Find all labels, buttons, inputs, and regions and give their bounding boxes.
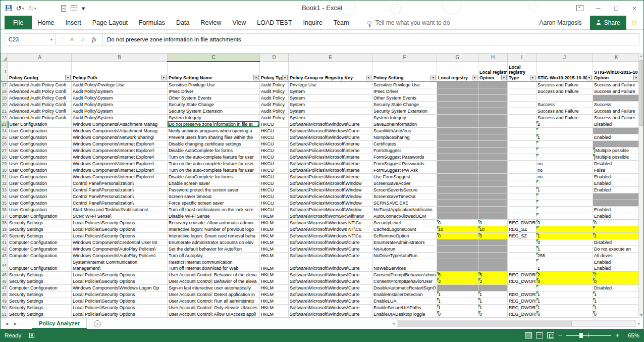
cell-K37[interactable]: Enabled	[593, 213, 640, 220]
cell-H50[interactable]: 1	[478, 305, 508, 311]
cell-A19[interactable]: Advanced Audit Policy Confi	[8, 95, 72, 102]
cell-G47[interactable]	[437, 285, 478, 291]
redo-dropdown-icon[interactable]: ▾	[34, 7, 36, 10]
share-button[interactable]: Share	[590, 16, 626, 30]
column-header-K[interactable]: K	[593, 54, 640, 62]
cell-K43[interactable]: All drives	[593, 253, 640, 259]
cell-J25[interactable]: 1	[536, 134, 593, 141]
cell-K45[interactable]: 2	[593, 272, 640, 278]
normal-view-icon[interactable]	[525, 332, 532, 338]
cell-H40[interactable]: 0	[478, 233, 508, 239]
cell-H31[interactable]	[478, 174, 508, 180]
cell-D42[interactable]: HKLM	[260, 246, 289, 253]
cell-J50[interactable]: 1	[536, 305, 593, 311]
cell-H47[interactable]	[478, 285, 508, 291]
next-sheet-icon[interactable]: ►	[11, 318, 20, 329]
cell-J32[interactable]	[536, 180, 593, 187]
cell-D46[interactable]: HKLM	[260, 278, 289, 285]
cell-D27[interactable]: HKCU	[260, 148, 289, 154]
cell-A22[interactable]: Advanced Audit Policy Confi	[8, 115, 72, 121]
cell-K33[interactable]: Enabled	[593, 187, 640, 193]
cell-D25[interactable]: HKCU	[260, 134, 289, 141]
cell-E27[interactable]: Software\Policies\Microsoft\Interne	[289, 148, 372, 154]
filter-icon-A[interactable]: ▾	[65, 75, 71, 80]
cell-G35[interactable]	[437, 200, 478, 207]
cell-C39[interactable]: Interactive logon: Number of previous lo…	[168, 226, 260, 233]
cell-F32[interactable]: ScreenSaveActive	[372, 180, 437, 187]
cell-G1[interactable]: Local registry▾	[437, 62, 478, 82]
cell-B42[interactable]: Windows Components\AutoPlay Policies\	[72, 246, 168, 253]
row-header-43[interactable]: 43	[1, 253, 8, 259]
cell-E37[interactable]: Software\Microsoft\WcmSvc\wifinetw	[289, 213, 372, 220]
cell-K26[interactable]	[593, 141, 640, 148]
row-header-49[interactable]: 49	[1, 298, 8, 305]
cell-E24[interactable]: Software\Microsoft\Windows\Curre	[289, 128, 372, 134]
row-header-50[interactable]: 50	[1, 305, 8, 311]
filter-icon-C[interactable]: ▾	[253, 75, 259, 80]
cell-K21[interactable]: Success and Failure	[593, 108, 640, 115]
cell-C48[interactable]: User Account Control: Detect application…	[168, 291, 260, 298]
cell-C1[interactable]: Policy Setting Name▾	[168, 62, 260, 82]
row-header-31[interactable]: 31	[1, 174, 8, 180]
cell-K20[interactable]: Success	[593, 102, 640, 108]
cell-E43[interactable]: Software\Microsoft\Windows\Curre	[289, 253, 372, 259]
redo-icon[interactable]: ↻▾	[28, 5, 36, 12]
cell-F36[interactable]: NoToastApplicationNotificatio	[372, 207, 437, 213]
cell-D38[interactable]: HKLM	[260, 220, 289, 226]
cell-I31[interactable]	[508, 174, 536, 180]
cell-A46[interactable]: Security Settings	[8, 278, 72, 285]
cell-H26[interactable]	[478, 141, 508, 148]
cell-J44[interactable]: 1	[536, 259, 593, 272]
cell-B27[interactable]: Windows Components\Internet Explorer\	[72, 148, 168, 154]
zoom-slider[interactable]	[566, 335, 611, 336]
cell-J17[interactable]: Success and Failure	[536, 82, 593, 88]
cell-C28[interactable]: Turn on the auto-complete feature for us…	[168, 154, 260, 161]
cell-E33[interactable]: Software\Policies\Microsoft\Window	[289, 187, 372, 193]
cell-G31[interactable]	[437, 174, 478, 180]
cell-B43[interactable]: Windows Components\AutoPlay Policies\	[72, 253, 168, 259]
cell-A26[interactable]: User Configuration	[8, 141, 72, 148]
cell-H30[interactable]	[478, 167, 508, 174]
minimize-button[interactable]: ─	[589, 1, 607, 16]
cell-B17[interactable]: Audit Policy\Privilege Use	[72, 82, 168, 88]
cell-C30[interactable]: Turn on the auto-complete feature for us…	[168, 167, 260, 174]
row-header-33[interactable]: 33	[1, 187, 8, 193]
cell-C41[interactable]: Enumerate administrator accounts on elev	[168, 239, 260, 246]
cell-G22[interactable]	[437, 115, 478, 121]
cell-E20[interactable]: System	[289, 102, 372, 108]
cell-J19[interactable]	[536, 95, 593, 102]
cell-A20[interactable]: Advanced Audit Policy Confi	[8, 102, 72, 108]
cell-I29[interactable]	[508, 161, 536, 167]
cell-K47[interactable]: Disabled	[593, 285, 640, 291]
maximize-button[interactable]: □	[607, 1, 625, 16]
cell-F40[interactable]: ScRemoveOption	[372, 233, 437, 239]
cell-D30[interactable]: HKCU	[260, 167, 289, 174]
cell-E41[interactable]: Software\Microsoft\Windows\Curre	[289, 239, 372, 246]
cell-F43[interactable]: NoDriveTypeAutoRun	[372, 253, 437, 259]
row-header-29[interactable]: 29	[1, 161, 8, 167]
cell-E18[interactable]: System	[289, 88, 372, 95]
cell-I1[interactable]: Local registry Type▾	[508, 62, 536, 82]
cell-B33[interactable]: Control Panel\Personalization\	[72, 187, 168, 193]
cell-A27[interactable]: User Configuration	[8, 148, 72, 154]
cell-I44[interactable]	[508, 259, 536, 272]
filter-icon-I[interactable]: ▾	[530, 75, 535, 80]
cell-H44[interactable]	[478, 259, 508, 272]
cell-H37[interactable]	[478, 213, 508, 220]
row-header-46[interactable]: 46	[1, 278, 8, 285]
cell-G20[interactable]	[437, 102, 478, 108]
cell-D44[interactable]: HKLM	[260, 259, 289, 272]
cell-J27[interactable]	[536, 148, 593, 154]
cell-F31[interactable]: Use FormSuggest	[372, 174, 437, 180]
cell-E30[interactable]: Software\Policies\Microsoft\Interne	[289, 167, 372, 174]
cell-A30[interactable]: User Configuration	[8, 167, 72, 174]
cell-C24[interactable]: Notify antivirus programs when opening a	[168, 128, 260, 134]
cell-I30[interactable]	[508, 167, 536, 174]
row-header-30[interactable]: 30	[1, 167, 8, 174]
cell-J41[interactable]: 0	[536, 239, 593, 246]
cell-C17[interactable]: Sensitive Privilege Use	[168, 82, 260, 88]
cell-G34[interactable]	[437, 193, 478, 200]
cell-I26[interactable]	[508, 141, 536, 148]
cell-F38[interactable]: SecurityLevel	[372, 220, 437, 226]
row-header-51[interactable]: 51	[1, 311, 8, 318]
